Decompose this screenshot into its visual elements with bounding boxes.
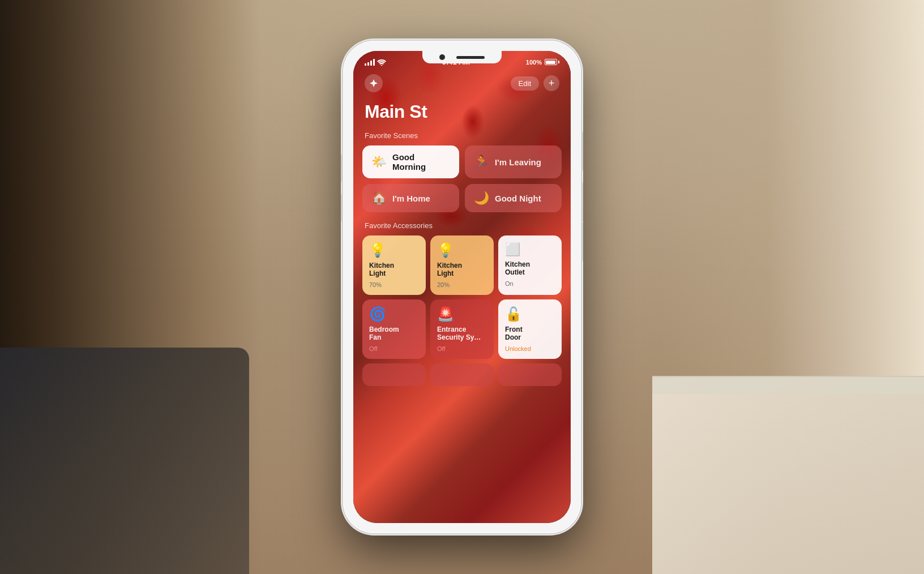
stove-area bbox=[0, 348, 249, 574]
kitchen-light-2-status: 20% bbox=[437, 281, 487, 288]
edit-button[interactable]: Edit bbox=[511, 76, 539, 91]
bedroom-fan-name: BedroomFan bbox=[369, 325, 419, 342]
scenes-grid: 🌤️ Good Morning 🏃 I'm Leaving 🏠 I'm Home bbox=[353, 145, 571, 212]
kitchen-light-2-icon: 💡 bbox=[437, 242, 487, 258]
kitchen-outlet-icon: ⬜ bbox=[505, 242, 555, 257]
front-door-icon: 🔓 bbox=[505, 306, 555, 322]
good-night-icon: 🌙 bbox=[474, 191, 489, 205]
bedroom-fan-icon: 🌀 bbox=[369, 306, 419, 322]
signal-bar-3 bbox=[370, 61, 372, 66]
scene-card-im-leaving[interactable]: 🏃 I'm Leaving bbox=[465, 145, 562, 178]
accessory-partial-2[interactable] bbox=[430, 363, 494, 386]
accessory-card-kitchen-outlet[interactable]: ⬜ KitchenOutlet On bbox=[498, 235, 562, 295]
status-right: 100% bbox=[526, 59, 559, 66]
accessory-partial-3[interactable] bbox=[498, 363, 562, 386]
kitchen-light-2-name: KitchenLight bbox=[437, 262, 487, 278]
scene-card-im-home[interactable]: 🏠 I'm Home bbox=[362, 184, 459, 212]
front-door-name: FrontDoor bbox=[505, 325, 555, 342]
location-button[interactable] bbox=[365, 74, 383, 92]
signal-bar-4 bbox=[373, 59, 375, 66]
kitchen-light-1-status: 70% bbox=[369, 281, 419, 288]
im-leaving-label: I'm Leaving bbox=[495, 157, 541, 167]
kitchen-outlet-name: KitchenOutlet bbox=[505, 260, 555, 277]
entrance-security-status: Off bbox=[437, 345, 487, 352]
accessory-card-entrance-security[interactable]: 🚨 EntranceSecurity Sy… Off bbox=[430, 299, 494, 359]
accessory-card-kitchen-light-2[interactable]: 💡 KitchenLight 20% bbox=[430, 235, 494, 295]
accessory-partial-1[interactable] bbox=[362, 363, 426, 386]
scene-card-good-night[interactable]: 🌙 Good Night bbox=[465, 184, 562, 212]
scene-card-good-morning[interactable]: 🌤️ Good Morning bbox=[362, 145, 459, 178]
status-left bbox=[365, 59, 386, 66]
accessory-card-front-door[interactable]: 🔓 FrontDoor Unlocked bbox=[498, 299, 562, 359]
entrance-security-icon: 🚨 bbox=[437, 306, 487, 322]
accessory-card-kitchen-light-1[interactable]: 💡 KitchenLight 70% bbox=[362, 235, 426, 295]
accessories-section-label: Favorite Accessories bbox=[353, 221, 571, 235]
battery-percent: 100% bbox=[526, 59, 542, 66]
good-morning-label: Good Morning bbox=[392, 152, 450, 172]
entrance-security-name: EntranceSecurity Sy… bbox=[437, 325, 487, 342]
kitchen-outlet-status: On bbox=[505, 280, 555, 287]
app-header: Edit + bbox=[353, 70, 571, 101]
svg-point-0 bbox=[381, 65, 383, 66]
add-button[interactable]: + bbox=[544, 75, 559, 91]
im-leaving-icon: 🏃 bbox=[474, 155, 489, 169]
battery-tip bbox=[558, 61, 559, 63]
signal-bar-1 bbox=[365, 63, 366, 66]
accessory-card-bedroom-fan[interactable]: 🌀 BedroomFan Off bbox=[362, 299, 426, 359]
screen: 9:41 AM 100% bbox=[353, 51, 571, 523]
home-name: Main St bbox=[353, 101, 571, 131]
accessories-bottom-row bbox=[353, 359, 571, 386]
good-morning-icon: 🌤️ bbox=[371, 155, 387, 169]
signal-bar-2 bbox=[367, 62, 369, 66]
accessories-grid: 💡 KitchenLight 70% 💡 KitchenLight 20% ⬜ … bbox=[353, 235, 571, 359]
battery-icon bbox=[545, 59, 559, 65]
front-door-status: Unlocked bbox=[505, 345, 555, 352]
wifi-icon bbox=[377, 59, 386, 66]
good-night-label: Good Night bbox=[495, 194, 541, 203]
phone-notch bbox=[422, 51, 502, 63]
add-icon: + bbox=[549, 78, 555, 89]
scenes-section-label: Favorite Scenes bbox=[353, 131, 571, 145]
phone-wrapper: 9:41 AM 100% bbox=[343, 41, 581, 533]
im-home-label: I'm Home bbox=[392, 194, 430, 203]
kitchen-light-1-name: KitchenLight bbox=[369, 262, 419, 278]
header-actions: Edit + bbox=[511, 75, 559, 91]
speaker-bar bbox=[456, 56, 485, 59]
im-home-icon: 🏠 bbox=[371, 191, 387, 205]
battery-fill bbox=[546, 61, 555, 64]
battery-body bbox=[545, 59, 557, 65]
app-screen: 9:41 AM 100% bbox=[353, 51, 571, 523]
bedroom-fan-status: Off bbox=[369, 345, 419, 352]
phone-shell: 9:41 AM 100% bbox=[343, 41, 581, 533]
signal-bars bbox=[365, 59, 375, 66]
kitchen-light-1-icon: 💡 bbox=[369, 242, 419, 258]
camera-dot bbox=[439, 54, 445, 60]
counter-right bbox=[652, 376, 924, 574]
